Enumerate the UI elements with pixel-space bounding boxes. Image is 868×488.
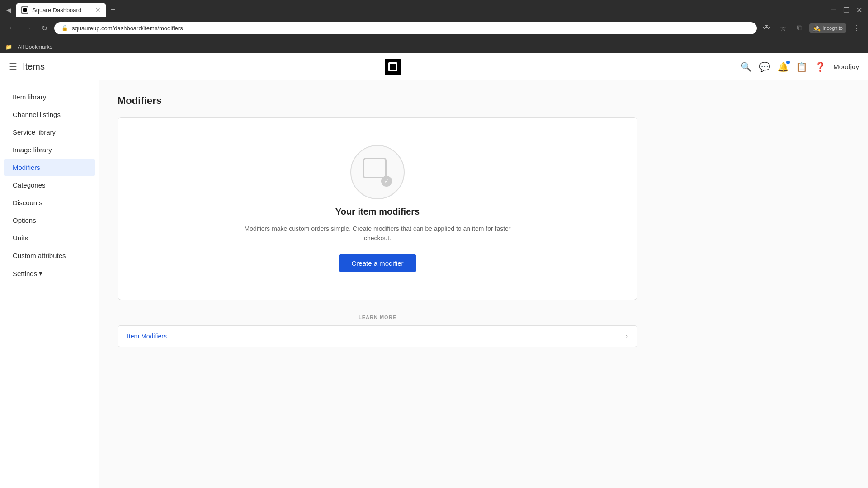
chevron-down-icon: ▾ (39, 269, 42, 277)
star-icon[interactable]: ☆ (777, 22, 789, 34)
help-icon[interactable]: ❓ (815, 61, 826, 72)
svg-rect-1 (23, 8, 27, 12)
modifier-icon-check: ✓ (381, 176, 392, 187)
sidebar-item-channel-listings[interactable]: Channel listings (4, 106, 95, 123)
sidebar-item-categories[interactable]: Categories (4, 177, 95, 193)
nav-center (45, 59, 741, 75)
browser-actions: 👁 ☆ ⧉ 🕵 Incognito ⋮ (760, 22, 863, 34)
empty-state-card: ✓ Your item modifiers Modifiers make cus… (118, 117, 637, 300)
top-nav: ☰ Items 🔍 💬 🔔 📋 ❓ Moodjoy (0, 53, 868, 80)
sidebar-item-service-library[interactable]: Service library (4, 124, 95, 141)
browser-controls: ← → ↻ 🔒 squaureup.com/dashboard/items/mo… (0, 17, 868, 39)
empty-state-description: Modifiers make custom orders simple. Cre… (242, 224, 513, 243)
extension-icon[interactable]: ⧉ (793, 22, 806, 34)
minimize-btn[interactable]: ─ (828, 5, 839, 15)
sidebar-item-discounts[interactable]: Discounts (4, 194, 95, 211)
nav-title: Items (23, 61, 45, 72)
check-symbol: ✓ (384, 178, 389, 184)
modifier-empty-icon: ✓ (350, 145, 405, 199)
notification-dot (786, 61, 790, 64)
learn-more-link-text: Item Modifiers (127, 333, 167, 340)
settings-label: Settings (13, 270, 37, 277)
all-bookmarks-label[interactable]: All Bookmarks (18, 44, 52, 50)
incognito-badge: 🕵 Incognito (809, 23, 846, 33)
menu-dots-icon[interactable]: ⋮ (850, 22, 863, 34)
new-tab-button[interactable]: + (108, 5, 118, 15)
learn-more-section: LEARN MORE Item Modifiers › (118, 314, 637, 347)
sidebar-item-units[interactable]: Units (4, 230, 95, 246)
window-controls: ─ ❐ ✕ (828, 5, 864, 15)
clipboard-icon[interactable]: 📋 (796, 61, 807, 72)
bell-icon[interactable]: 🔔 (778, 61, 789, 72)
nav-right: 🔍 💬 🔔 📋 ❓ Moodjoy (741, 61, 859, 72)
tab-favicon (21, 6, 28, 14)
modifier-icon-inner: ✓ (363, 158, 392, 187)
url-text: squaureup.com/dashboard/items/modifiers (72, 25, 750, 32)
bookmarks-bar: 📁 All Bookmarks (0, 41, 868, 53)
learn-more-arrow-icon: › (626, 332, 628, 340)
address-bar[interactable]: 🔒 squaureup.com/dashboard/items/modifier… (54, 22, 757, 34)
sidebar-item-options[interactable]: Options (4, 212, 95, 229)
user-name[interactable]: Moodjoy (833, 63, 859, 70)
create-modifier-button[interactable]: Create a modifier (339, 254, 416, 272)
sidebar-item-custom-attributes[interactable]: Custom attributes (4, 247, 95, 264)
tab-title: Square Dashboard (32, 7, 92, 14)
sidebar: Item library Channel listings Service li… (0, 80, 99, 488)
tab-list-btn[interactable]: ◀ (4, 5, 14, 15)
eye-slash-icon[interactable]: 👁 (760, 22, 773, 34)
modifier-icon-rect (363, 158, 387, 178)
sidebar-item-image-library[interactable]: Image library (4, 141, 95, 158)
learn-more-link[interactable]: Item Modifiers › (118, 325, 637, 347)
browser-tab[interactable]: Square Dashboard ✕ (16, 3, 106, 17)
hamburger-menu-icon[interactable]: ☰ (9, 61, 17, 72)
tab-close-btn[interactable]: ✕ (95, 6, 101, 14)
incognito-label: Incognito (822, 25, 843, 31)
empty-state-title: Your item modifiers (335, 206, 420, 217)
browser-chrome: ◀ Square Dashboard ✕ + ─ ❐ ✕ ← → ↻ 🔒 squ… (0, 0, 868, 41)
sidebar-item-item-library[interactable]: Item library (4, 89, 95, 105)
maximize-btn[interactable]: ❐ (841, 5, 852, 15)
message-icon[interactable]: 💬 (759, 61, 770, 72)
search-icon[interactable]: 🔍 (741, 61, 752, 72)
app: ☰ Items 🔍 💬 🔔 📋 ❓ Moodjoy Item library C… (0, 53, 868, 488)
forward-btn[interactable]: → (22, 22, 34, 34)
main-content: Modifiers ✓ Your item modifiers Modifier… (99, 80, 868, 488)
refresh-btn[interactable]: ↻ (38, 22, 51, 34)
square-logo (385, 59, 401, 75)
back-btn[interactable]: ← (5, 22, 18, 34)
sidebar-item-modifiers[interactable]: Modifiers (4, 159, 95, 176)
lock-icon: 🔒 (61, 25, 68, 31)
close-btn[interactable]: ✕ (854, 5, 864, 15)
svg-rect-3 (390, 64, 396, 70)
bookmarks-folder-icon: 📁 (5, 44, 12, 50)
learn-more-label: LEARN MORE (118, 314, 637, 320)
page-title: Modifiers (118, 95, 850, 107)
sidebar-item-settings[interactable]: Settings ▾ (4, 265, 95, 282)
content-area: Item library Channel listings Service li… (0, 80, 868, 488)
